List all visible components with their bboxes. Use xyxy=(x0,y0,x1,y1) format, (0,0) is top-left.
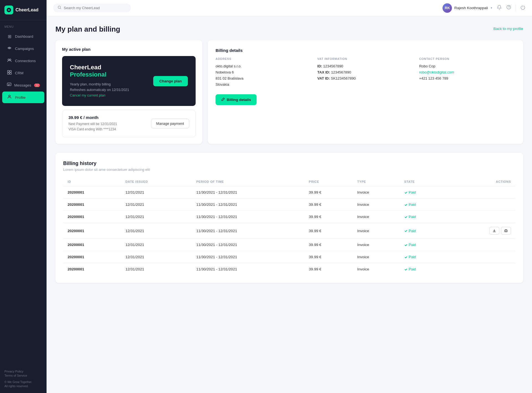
sidebar-item-profile[interactable]: Profile xyxy=(2,92,44,103)
cell-period: 11/30/2021 - 12/31/2021 xyxy=(192,239,305,251)
table-row: 20200001 12/31/2021 11/30/2021 - 12/31/2… xyxy=(63,199,515,211)
cell-id: 20200001 xyxy=(63,199,121,211)
notification-icon[interactable] xyxy=(497,5,502,11)
cell-price: 39.99 € xyxy=(305,251,353,263)
active-plan-title: My active plan xyxy=(62,47,196,52)
svg-rect-7 xyxy=(10,73,11,74)
table-row: 20200001 12/31/2021 11/30/2021 - 12/31/2… xyxy=(63,223,515,239)
payment-info: 39.99 € / month Next Payment will be 12/… xyxy=(68,115,117,132)
col-id: ID xyxy=(63,177,121,186)
power-icon[interactable] xyxy=(520,5,525,11)
sidebar-item-dashboard[interactable]: ⊞ Dashboard xyxy=(2,31,44,42)
cell-date: 12/31/2021 xyxy=(121,211,192,223)
vat-label: VAT INFORMATION xyxy=(317,57,413,60)
price: 39.99 € / month xyxy=(68,115,117,120)
cell-date: 12/31/2021 xyxy=(121,199,192,211)
cell-type: Invoice xyxy=(353,239,400,251)
contact-label: CONTACT PERSON xyxy=(419,57,515,60)
plan-name-main: CheerLead xyxy=(70,64,129,71)
table-row: 20200001 12/31/2021 11/30/2021 - 12/31/2… xyxy=(63,263,515,275)
table-row: 20200001 12/31/2021 11/30/2021 - 12/31/2… xyxy=(63,251,515,263)
sidebar-item-label: Profile xyxy=(15,95,25,100)
col-state: STATE xyxy=(400,177,446,186)
vat-column: VAT INFORMATION ID: 1234567890 TAX ID: 1… xyxy=(317,57,413,88)
plan-description: Yearly plan, monthly billing Refreshes a… xyxy=(70,82,129,98)
vat-id-label: ID: xyxy=(317,64,322,68)
svg-point-9 xyxy=(9,95,10,97)
cell-period: 11/30/2021 - 12/31/2021 xyxy=(192,263,305,275)
billing-table-header-row: ID DATE ISSUED PERIOD OF TIME PRICE TYPE… xyxy=(63,177,515,186)
cell-period: 11/30/2021 - 12/31/2021 xyxy=(192,211,305,223)
plan-payment: 39.99 € / month Next Payment will be 12/… xyxy=(62,110,196,137)
cell-actions xyxy=(446,239,515,251)
messages-icon xyxy=(7,82,11,88)
cell-date: 12/31/2021 xyxy=(121,263,192,275)
messages-badge: 12 xyxy=(34,83,40,87)
terms-of-service-link[interactable]: Terms of Service xyxy=(4,374,42,377)
sidebar-item-label: CRM xyxy=(15,71,24,75)
sidebar-item-messages[interactable]: Messages 12 xyxy=(2,79,44,91)
col-price: PRICE xyxy=(305,177,353,186)
contact-name: Robo Cop xyxy=(419,64,436,68)
change-plan-button[interactable]: Change plan xyxy=(153,76,188,86)
paid-badge: Paid xyxy=(404,215,442,219)
cell-state: Paid xyxy=(400,263,446,275)
dashboard-icon: ⊞ xyxy=(7,34,12,39)
cell-id: 20200001 xyxy=(63,239,121,251)
cell-type: Invoice xyxy=(353,223,400,239)
chevron-down-icon: ▾ xyxy=(491,6,492,10)
page-title: My plan and billing xyxy=(55,25,120,34)
col-period: PERIOD OF TIME xyxy=(192,177,305,186)
contact-email[interactable]: robo@oktodigital.com xyxy=(419,70,454,74)
cell-period: 11/30/2021 - 12/31/2021 xyxy=(192,186,305,199)
cell-date: 12/31/2021 xyxy=(121,251,192,263)
billing-details-card: Billing details ADDRESS okto.digital s.r… xyxy=(208,40,523,144)
cancel-plan-link[interactable]: Cancel my current plan xyxy=(70,93,106,97)
vat-num-val: SK1234567890 xyxy=(331,76,356,80)
plan-tier: Professional xyxy=(70,71,129,78)
print-invoice-button[interactable] xyxy=(501,227,511,235)
avatar: RK xyxy=(443,3,452,13)
manage-payment-button[interactable]: Manage payment xyxy=(151,119,189,128)
card-info: VISA Card ending With ****1234 xyxy=(68,127,117,132)
back-to-profile-link[interactable]: Back to my profile xyxy=(493,27,523,31)
contact-column: CONTACT PERSON Robo Cop robo@oktodigital… xyxy=(419,57,515,88)
table-row: 20200001 12/31/2021 11/30/2021 - 12/31/2… xyxy=(63,211,515,223)
cell-id: 20200001 xyxy=(63,263,121,275)
paid-badge: Paid xyxy=(404,202,442,207)
header-right: RK Rajesh Koothrappali ▾ xyxy=(443,3,525,13)
help-icon[interactable] xyxy=(506,5,511,11)
profile-icon xyxy=(7,95,12,100)
menu-label: MENU xyxy=(0,20,47,31)
cell-period: 11/30/2021 - 12/31/2021 xyxy=(192,223,305,239)
tax-id-val: 1234567890 xyxy=(331,70,351,74)
col-actions: ACTIONS xyxy=(446,177,515,186)
active-plan-card: My active plan CheerLead Professional Ye… xyxy=(55,40,202,144)
sidebar-item-crm[interactable]: CRM xyxy=(2,67,44,79)
col-type: TYPE xyxy=(353,177,400,186)
cell-price: 39.99 € xyxy=(305,199,353,211)
cell-type: Invoice xyxy=(353,263,400,275)
address-label: ADDRESS xyxy=(216,57,312,60)
page-header: My plan and billing Back to my profile xyxy=(55,25,523,34)
sidebar-item-connections[interactable]: Connections xyxy=(2,55,44,67)
paid-badge: Paid xyxy=(404,190,442,194)
address-column: ADDRESS okto.digital s.r.o. Nobelova 6 8… xyxy=(216,57,312,88)
header-divider xyxy=(516,4,516,12)
search-box[interactable] xyxy=(53,4,131,12)
sidebar-item-campaigns[interactable]: Campaigns xyxy=(2,43,44,54)
billing-details-button[interactable]: Billing details xyxy=(216,94,257,105)
vat-id-val: 1234567890 xyxy=(323,64,343,68)
svg-point-3 xyxy=(10,59,11,60)
billing-details-edit-icon xyxy=(221,97,225,102)
logo-area[interactable]: CheerLead xyxy=(0,0,47,20)
cell-period: 11/30/2021 - 12/31/2021 xyxy=(192,199,305,211)
user-menu[interactable]: RK Rajesh Koothrappali ▾ xyxy=(443,3,492,13)
sidebar-item-label: Dashboard xyxy=(15,34,33,39)
cell-price: 39.99 € xyxy=(305,211,353,223)
logo-icon xyxy=(4,6,13,14)
privacy-policy-link[interactable]: Privacy Policy xyxy=(4,370,42,373)
search-input[interactable] xyxy=(64,6,119,10)
col-date: DATE ISSUED xyxy=(121,177,192,186)
download-invoice-button[interactable] xyxy=(489,227,499,235)
